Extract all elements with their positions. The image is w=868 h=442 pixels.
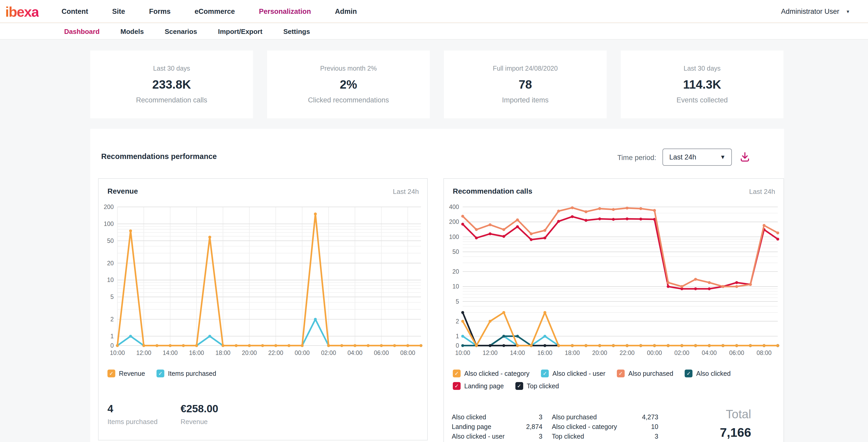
checkbox-checked-icon[interactable]: ✓: [453, 382, 461, 390]
table-row: Also clicked - user 3 Top clicked 3: [452, 432, 665, 441]
checkbox-checked-icon[interactable]: ✓: [685, 370, 692, 377]
svg-text:20:00: 20:00: [592, 349, 607, 356]
svg-text:02:00: 02:00: [321, 349, 336, 356]
svg-text:04:00: 04:00: [347, 349, 363, 356]
svg-text:2: 2: [456, 318, 459, 325]
stat-card-imported-items: Full import 24/08/2020 78 Imported items: [444, 50, 607, 118]
svg-text:10: 10: [107, 276, 114, 283]
table-row: Landing page 2,874 Also clicked - catego…: [452, 422, 665, 432]
stat-metric-label: Clicked recommendations: [308, 96, 389, 104]
legend-revenue[interactable]: ✓ Revenue: [107, 370, 145, 377]
svg-text:1: 1: [110, 333, 114, 340]
svg-text:12:00: 12:00: [136, 349, 151, 356]
chart-title: Recommendation calls: [453, 187, 532, 196]
svg-text:200: 200: [104, 204, 114, 210]
checkbox-checked-icon[interactable]: ✓: [617, 370, 625, 377]
recommendation-calls-line-chart: 400200100502010521010:0012:0014:0016:001…: [444, 202, 784, 363]
chart-period: Last 24h: [749, 188, 775, 196]
nav-site[interactable]: Site: [112, 7, 125, 15]
chevron-down-icon: ▾: [847, 8, 849, 14]
stat-value: 233.8K: [152, 77, 191, 92]
revenue-stat: €258.00 Revenue: [181, 403, 218, 426]
svg-text:18:00: 18:00: [565, 349, 580, 356]
svg-text:08:00: 08:00: [400, 349, 415, 356]
legend-also-purchased[interactable]: ✓ Also purchased: [617, 370, 673, 377]
tab-import-export[interactable]: Import/Export: [218, 28, 262, 36]
stat-card-events-collected: Last 30 days 114.3K Events collected: [621, 50, 783, 118]
svg-text:0: 0: [456, 342, 459, 349]
checkbox-checked-icon[interactable]: ✓: [516, 382, 523, 390]
user-menu[interactable]: Administrator User ▾: [781, 0, 849, 23]
svg-text:0: 0: [110, 342, 114, 349]
stat-metric-label: Events collected: [677, 96, 728, 104]
calls-total: Total 7,166: [720, 407, 751, 440]
svg-text:1: 1: [456, 333, 459, 340]
svg-text:5: 5: [456, 298, 459, 305]
checkbox-checked-icon[interactable]: ✓: [541, 370, 549, 377]
items-purchased-stat: 4 Items purchased: [107, 403, 158, 426]
stat-period-label: Previous month 2%: [320, 65, 377, 72]
nav-content[interactable]: Content: [62, 7, 88, 15]
svg-text:20: 20: [107, 260, 114, 267]
legend-also-clicked-category[interactable]: ✓ Also clicked - category: [453, 370, 529, 377]
time-period-select[interactable]: Last 24h: [662, 148, 732, 166]
legend-also-clicked-user[interactable]: ✓ Also clicked - user: [541, 370, 606, 377]
revenue-legend: ✓ Revenue ✓ Items purchased: [107, 370, 216, 377]
revenue-line-chart: 200100502010521010:0012:0014:0016:0018:0…: [99, 202, 428, 363]
main-nav: Content Site Forms eCommerce Personaliza…: [62, 0, 357, 23]
stat-card-recommendation-calls: Last 30 days 233.8K Recommendation calls: [90, 50, 253, 118]
personalization-subnav: Dashboard Models Scenarios Import/Export…: [0, 24, 868, 40]
tab-models[interactable]: Models: [121, 28, 144, 36]
tab-scenarios[interactable]: Scenarios: [164, 28, 197, 36]
svg-text:10:00: 10:00: [455, 349, 470, 356]
svg-text:5: 5: [110, 294, 114, 300]
checkbox-checked-icon[interactable]: ✓: [107, 370, 115, 377]
table-row: Also clicked 3 Also purchased 4,273: [452, 412, 665, 422]
ibexa-logo[interactable]: ibexa: [5, 4, 39, 20]
stat-metric-label: Recommendation calls: [136, 96, 207, 104]
recommendations-performance-panel: Recommendations performance Time period:…: [90, 129, 784, 442]
svg-text:06:00: 06:00: [374, 349, 389, 356]
nav-ecommerce[interactable]: eCommerce: [194, 7, 235, 15]
svg-text:20:00: 20:00: [242, 349, 257, 356]
svg-text:06:00: 06:00: [729, 349, 744, 356]
svg-text:22:00: 22:00: [268, 349, 283, 356]
checkbox-checked-icon[interactable]: ✓: [156, 370, 164, 377]
legend-also-clicked[interactable]: ✓ Also clicked: [685, 370, 731, 377]
nav-forms[interactable]: Forms: [149, 7, 171, 15]
svg-text:08:00: 08:00: [756, 349, 772, 356]
stat-value: 2%: [340, 77, 357, 92]
legend-items-purchased[interactable]: ✓ Items purchased: [156, 370, 216, 377]
nav-admin[interactable]: Admin: [335, 7, 357, 15]
svg-text:100: 100: [449, 234, 459, 240]
stat-metric-label: Imported items: [502, 96, 549, 104]
revenue-chart-card: Revenue Last 24h 200100502010521010:0012…: [98, 178, 428, 440]
download-icon[interactable]: [739, 151, 751, 163]
tab-dashboard[interactable]: Dashboard: [64, 28, 100, 36]
legend-top-clicked[interactable]: ✓ Top clicked: [516, 382, 559, 390]
nav-personalization[interactable]: Personalization: [259, 7, 311, 15]
svg-text:18:00: 18:00: [215, 349, 230, 356]
svg-text:12:00: 12:00: [483, 349, 498, 356]
chart-period: Last 24h: [393, 188, 419, 196]
checkbox-checked-icon[interactable]: ✓: [453, 370, 461, 377]
revenue-stats: 4 Items purchased €258.00 Revenue: [107, 403, 218, 426]
svg-text:10: 10: [452, 283, 459, 290]
svg-text:200: 200: [449, 218, 459, 225]
svg-text:16:00: 16:00: [189, 349, 204, 356]
svg-text:14:00: 14:00: [163, 349, 178, 356]
svg-text:100: 100: [104, 220, 114, 227]
stat-period-label: Full import 24/08/2020: [493, 65, 558, 72]
chart-title: Revenue: [107, 187, 138, 196]
calls-summary-table: Also clicked 3 Also purchased 4,273 Land…: [452, 412, 665, 441]
svg-text:50: 50: [107, 237, 114, 244]
svg-text:16:00: 16:00: [537, 349, 552, 356]
time-period-label: Time period:: [617, 154, 656, 162]
stat-value: 114.3K: [683, 77, 721, 92]
svg-text:400: 400: [449, 204, 459, 210]
stat-value: 78: [519, 77, 532, 92]
tab-settings[interactable]: Settings: [283, 28, 310, 36]
svg-text:00:00: 00:00: [295, 349, 310, 356]
legend-landing-page[interactable]: ✓ Landing page: [453, 382, 504, 390]
stat-period-label: Last 30 days: [153, 65, 190, 72]
